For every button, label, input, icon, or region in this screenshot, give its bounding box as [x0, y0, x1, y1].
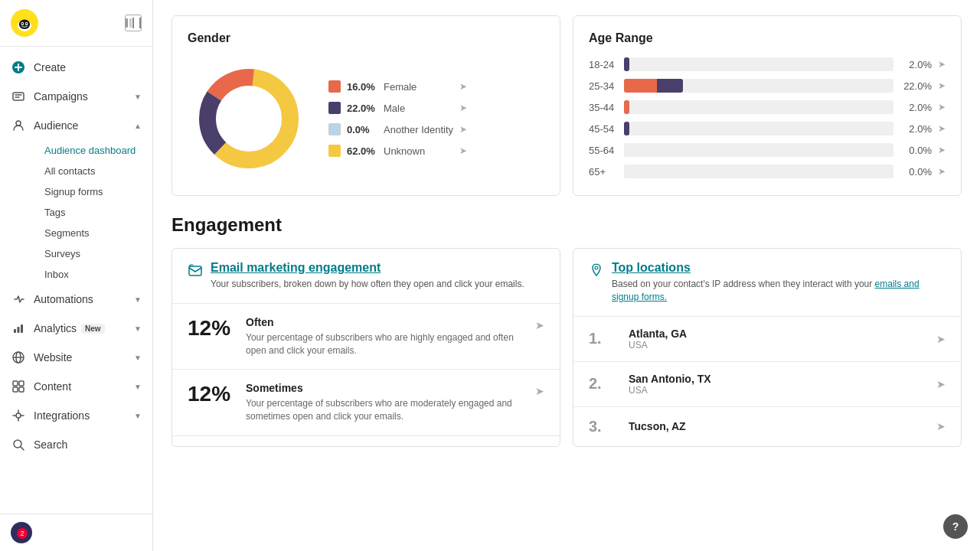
- legend-female: 16.0% Female ➤: [328, 80, 467, 93]
- gender-donut: [188, 57, 310, 180]
- legend-unknown-label: Unknown: [384, 145, 425, 157]
- sidebar: Create Campaigns ▼ Audience ▲ Audience d…: [0, 0, 153, 551]
- legend-male: 22.0% Male ➤: [328, 102, 467, 114]
- legend-unknown-arrow[interactable]: ➤: [459, 145, 467, 156]
- age-label-25-34: 25-34: [589, 80, 618, 92]
- sidebar-item-content[interactable]: Content ▼: [0, 372, 152, 401]
- often-pct: 12%: [188, 316, 234, 341]
- sidebar-item-automations[interactable]: Automations ▼: [0, 285, 152, 314]
- location-arrow-2[interactable]: ➤: [936, 378, 946, 390]
- svg-rect-15: [13, 381, 18, 386]
- age-bar-65plus: [624, 165, 893, 178]
- email-engagement-header-text: Email marketing engagement Your subscrib…: [211, 261, 524, 291]
- legend-another-pct: 0.0%: [347, 124, 377, 135]
- legend-female-label: Female: [384, 81, 416, 93]
- gender-title: Gender: [188, 31, 544, 45]
- age-bar-55-64: [624, 143, 893, 157]
- engagement-row: Email marketing engagement Your subscrib…: [172, 248, 962, 447]
- user-avatar-container: B 2: [11, 522, 32, 543]
- location-rank-1: 1.: [589, 330, 616, 347]
- subnav-tags[interactable]: Tags: [34, 202, 152, 223]
- location-icon: [589, 262, 604, 282]
- svg-rect-16: [19, 381, 24, 386]
- search-icon: [11, 437, 26, 452]
- age-arrow-55-64[interactable]: ➤: [938, 145, 946, 155]
- sometimes-arrow[interactable]: ➤: [535, 385, 544, 397]
- top-locations-heading[interactable]: Top locations: [612, 261, 946, 275]
- sidebar-toggle[interactable]: [125, 15, 142, 31]
- svg-rect-17: [13, 387, 18, 392]
- age-arrow-25-34[interactable]: ➤: [938, 80, 946, 91]
- subnav-all-contacts[interactable]: All contacts: [34, 161, 152, 181]
- age-label-35-44: 35-44: [589, 102, 618, 113]
- campaigns-chevron: ▼: [134, 93, 142, 101]
- sidebar-item-search-label: Search: [34, 439, 67, 451]
- location-rank-3: 3.: [589, 418, 616, 435]
- location-info-3: Tucson, AZ: [629, 420, 924, 432]
- subnav-inbox[interactable]: Inbox: [34, 264, 152, 285]
- age-range-card: Age Range 18-24 2.0% ➤ 25-34: [573, 15, 962, 196]
- legend-another-color: [328, 123, 341, 135]
- sidebar-header: [0, 0, 152, 47]
- sidebar-item-website[interactable]: Website ▼: [0, 343, 152, 372]
- often-arrow[interactable]: ➤: [535, 319, 544, 331]
- location-rank-2: 2.: [589, 375, 616, 393]
- subnav-surveys[interactable]: Surveys: [34, 243, 152, 264]
- engagement-section: Engagement Email marketing engagement Yo…: [172, 214, 962, 447]
- integrations-icon: [11, 408, 26, 423]
- legend-female-arrow[interactable]: ➤: [459, 81, 467, 92]
- sidebar-item-analytics-label: Analytics: [34, 322, 77, 334]
- legend-male-arrow[interactable]: ➤: [459, 103, 467, 113]
- donut-svg: [188, 57, 310, 180]
- age-arrow-65plus[interactable]: ➤: [938, 166, 946, 177]
- engagement-title: Engagement: [172, 214, 962, 236]
- email-engagement-description: Your subscribers, broken down by how oft…: [211, 278, 524, 291]
- sidebar-item-search[interactable]: Search: [0, 430, 152, 459]
- gender-card: Gender: [172, 15, 560, 196]
- age-pct-55-64: 0.0%: [900, 145, 932, 156]
- svg-rect-18: [19, 387, 24, 392]
- location-arrow-1[interactable]: ➤: [936, 333, 946, 345]
- location-arrow-3[interactable]: ➤: [936, 420, 946, 432]
- age-label-45-54: 45-54: [589, 123, 618, 135]
- sidebar-item-analytics[interactable]: Analytics New ▼: [0, 314, 152, 343]
- email-engagement-card: Email marketing engagement Your subscrib…: [172, 248, 560, 447]
- audience-icon: [11, 118, 26, 133]
- sidebar-item-integrations[interactable]: Integrations ▼: [0, 401, 152, 430]
- gender-legend: 16.0% Female ➤ 22.0% Male ➤ 0.0%: [328, 80, 467, 157]
- subnav-audience-dashboard[interactable]: Audience dashboard: [34, 140, 152, 161]
- help-button[interactable]: ?: [943, 514, 968, 539]
- age-range-title: Age Range: [589, 31, 946, 45]
- subnav-segments[interactable]: Segments: [34, 223, 152, 243]
- legend-male-label: Male: [384, 103, 405, 114]
- legend-another-arrow[interactable]: ➤: [459, 124, 467, 135]
- svg-point-5: [21, 23, 23, 24]
- location-city-3: Tucson, AZ: [629, 420, 924, 432]
- age-arrow-35-44[interactable]: ➤: [938, 102, 946, 112]
- sidebar-item-website-label: Website: [34, 351, 72, 364]
- sometimes-info: Sometimes Your percentage of subscribers…: [246, 382, 523, 423]
- age-row-55-64: 55-64 0.0% ➤: [589, 143, 946, 157]
- often-label: Often: [246, 316, 523, 328]
- age-arrow-18-24[interactable]: ➤: [938, 59, 946, 70]
- age-bar-25-34: [624, 79, 893, 93]
- location-city-2: San Antonio, TX: [629, 373, 924, 385]
- email-engagement-heading[interactable]: Email marketing engagement: [211, 261, 524, 275]
- sidebar-item-audience[interactable]: Audience ▲: [0, 111, 152, 140]
- top-locations-description: Based on your contact's IP address when …: [612, 278, 946, 304]
- help-icon: ?: [952, 520, 959, 533]
- sidebar-item-create[interactable]: Create: [0, 53, 152, 82]
- subnav-signup-forms[interactable]: Signup forms: [34, 181, 152, 202]
- age-arrow-45-54[interactable]: ➤: [938, 123, 946, 134]
- sidebar-item-audience-label: Audience: [34, 119, 78, 132]
- legend-another-label: Another Identity: [384, 124, 453, 135]
- age-label-65plus: 65+: [589, 166, 618, 178]
- sidebar-item-campaigns[interactable]: Campaigns ▼: [0, 82, 152, 111]
- legend-male-pct: 22.0%: [347, 103, 377, 114]
- content-icon: [11, 379, 26, 394]
- age-bar-35-44: [624, 100, 893, 114]
- legend-male-color: [328, 102, 341, 114]
- age-pct-25-34: 22.0%: [900, 80, 932, 92]
- legend-unknown-color: [328, 145, 341, 157]
- gender-content: 16.0% Female ➤ 22.0% Male ➤ 0.0%: [188, 57, 544, 180]
